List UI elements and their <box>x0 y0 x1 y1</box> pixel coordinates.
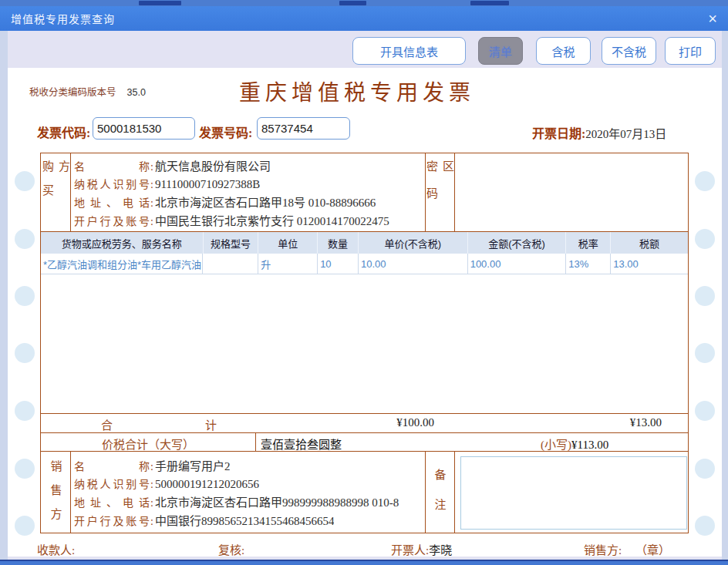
buyer-bank-row: 开户行及账号: 中国民生银行北京紫竹支行 0120014170022475 <box>74 212 420 228</box>
invoice-number-label: 发票号码: <box>199 123 252 141</box>
dialog-titlebar: 增值税专用发票查询 × <box>0 6 728 31</box>
field-label: 纳税人识别号 <box>74 176 150 191</box>
field-colon: : <box>150 516 153 528</box>
field-label: 纳税人识别号 <box>74 476 150 491</box>
cell-unit-price: 10.00 <box>359 254 468 274</box>
cell-unit: 升 <box>258 254 318 274</box>
buyer-name-value: 航天信息股份有限公司 <box>155 157 271 173</box>
small-write-label: (小写) <box>541 439 571 451</box>
header-unit-price: 单价(不含税) <box>359 232 468 254</box>
total-tax: ¥13.00 <box>588 416 662 429</box>
small-write-value: ¥113.00 <box>571 439 608 451</box>
field-label: 地址、电话 <box>74 194 150 210</box>
buyer-address-row: 地址、电话: 北京市海淀区杏石口路甲18号 010-88896666 <box>74 193 420 210</box>
field-label: 开户行及账号 <box>74 213 150 228</box>
seller-side-label: 销售方 <box>48 460 64 532</box>
background-window-strip <box>0 0 728 6</box>
field-colon: : <box>150 479 153 491</box>
punch-hole-decoration <box>695 343 715 363</box>
punch-hole-decoration <box>15 516 35 536</box>
invoice-query-dialog: 增值税专用发票查询 × 开具信息表 清单 含税 不含税 打印 税收分类编码版本号… <box>0 0 728 565</box>
divider <box>70 452 71 533</box>
header-amount: 金额(不含税) <box>468 232 567 254</box>
total-amount: ¥100.00 <box>357 416 434 429</box>
remark-label: 备注 <box>432 469 448 529</box>
seller-section: 销售方 备注 名称: 手册编写用户2 纳税人识别号: 5000001912120… <box>40 451 689 533</box>
print-button[interactable]: 打印 <box>665 37 716 65</box>
items-table-header: 货物或应税劳务、服务名称 规格型号 单位 数量 单价(不含税) 金额(不含税) … <box>41 232 688 254</box>
punch-hole-decoration <box>695 459 715 479</box>
buyer-name-row: 名称: 航天信息股份有限公司 <box>74 157 420 173</box>
field-label: 开户行及账号 <box>74 513 150 528</box>
cell-tax-rate: 13% <box>566 254 611 274</box>
amount-in-words: 壹佰壹拾叁圆整 <box>261 436 342 452</box>
close-icon[interactable]: × <box>708 6 717 31</box>
table-row[interactable]: *乙醇汽油调和组分油*车用乙醇汽油 升 10 10.00 100.00 13% … <box>41 254 688 274</box>
header-goods-name: 货物或应税劳务、服务名称 <box>41 232 204 254</box>
cell-tax-amount: 13.00 <box>611 254 688 274</box>
cell-goods-name: *乙醇汽油调和组分油*车用乙醇汽油 <box>41 254 203 274</box>
invoice-title: 重庆增值税专用发票 <box>0 76 714 106</box>
header-tax-rate: 税率 <box>566 232 611 254</box>
divider <box>454 452 455 533</box>
amount-in-figures: (小写)¥113.00 <box>541 436 608 452</box>
total-label: 合计 <box>101 416 217 432</box>
remark-input[interactable] <box>460 456 687 530</box>
divider <box>425 452 426 533</box>
issue-date-value: 2020年07月13日 <box>585 128 666 140</box>
field-label: 名称 <box>74 458 150 473</box>
background-taskbar-strip <box>0 561 728 565</box>
seller-bank-value: 中国银行89985652134155468456654 <box>155 512 335 528</box>
invoice-code-input[interactable] <box>93 117 195 140</box>
punch-hole-decoration <box>15 401 35 421</box>
field-colon: : <box>150 179 153 191</box>
issuer-label: 开票人: <box>391 544 429 557</box>
background-window-fragment <box>339 1 366 5</box>
grand-total-label: 价税合计（大写） <box>41 436 255 452</box>
punch-hole-decoration <box>695 401 715 421</box>
buyer-taxid-value: 91110000710927388B <box>155 178 260 191</box>
field-label: 名称 <box>74 158 150 173</box>
invoice-number-input[interactable] <box>257 117 350 140</box>
punch-hole-decoration <box>15 286 35 306</box>
punch-hole-decoration <box>695 229 715 249</box>
invoice-code-label: 发票代码: <box>37 123 90 141</box>
background-right-strip <box>722 31 728 560</box>
password-area-label: 密码区 <box>423 160 456 231</box>
buyer-address-value: 北京市海淀区杏石口路甲18号 010-88896666 <box>155 193 376 210</box>
grand-total-row: 价税合计（大写） 壹佰壹拾叁圆整 (小写)¥113.00 <box>40 432 689 452</box>
tax-included-button[interactable]: 含税 <box>536 37 591 65</box>
items-table: 货物或应税劳务、服务名称 规格型号 单位 数量 单价(不含税) 金额(不含税) … <box>40 231 689 433</box>
background-window-fragment <box>470 1 509 5</box>
seller-seal: 销售方: （章） <box>584 541 670 557</box>
buyer-fields: 名称: 航天信息股份有限公司 纳税人识别号: 91110000710927388… <box>74 157 420 228</box>
cell-quantity: 10 <box>318 254 359 274</box>
field-colon: : <box>150 197 153 210</box>
field-label: 地址、电话 <box>74 494 150 510</box>
dialog-title: 增值税专用发票查询 <box>11 11 115 26</box>
seller-address-value: 北京市海淀区杏石口路甲998999988988998 010-8 <box>155 493 399 510</box>
issue-date-label: 开票日期: <box>532 127 585 140</box>
list-button[interactable]: 清单 <box>478 37 523 65</box>
buyer-bank-value: 中国民生银行北京紫竹支行 0120014170022475 <box>155 212 389 228</box>
seller-bank-row: 开户行及账号: 中国银行89985652134155468456654 <box>74 512 420 528</box>
seller-name-row: 名称: 手册编写用户2 <box>74 457 420 473</box>
punch-hole-decoration <box>15 171 35 191</box>
field-colon: : <box>150 161 153 173</box>
punch-hole-decoration <box>695 286 715 306</box>
issue-info-form-button[interactable]: 开具信息表 <box>352 37 466 65</box>
cell-spec <box>203 254 258 274</box>
background-left-strip <box>0 31 8 560</box>
header-quantity: 数量 <box>318 232 359 254</box>
buyer-taxid-row: 纳税人识别号: 91110000710927388B <box>74 176 420 192</box>
punch-hole-decoration <box>695 516 715 536</box>
tax-excluded-button[interactable]: 不含税 <box>602 37 656 65</box>
reviewer-label: 复核: <box>218 541 244 557</box>
buyer-side-label: 购买方 <box>39 160 72 231</box>
punch-hole-decoration <box>15 343 35 363</box>
password-area <box>455 153 688 231</box>
payee-label: 收款人: <box>37 541 75 557</box>
seller-seal-label: 销售方: <box>584 544 622 557</box>
header-tax-amount: 税额 <box>611 232 688 254</box>
field-colon: : <box>150 497 153 510</box>
